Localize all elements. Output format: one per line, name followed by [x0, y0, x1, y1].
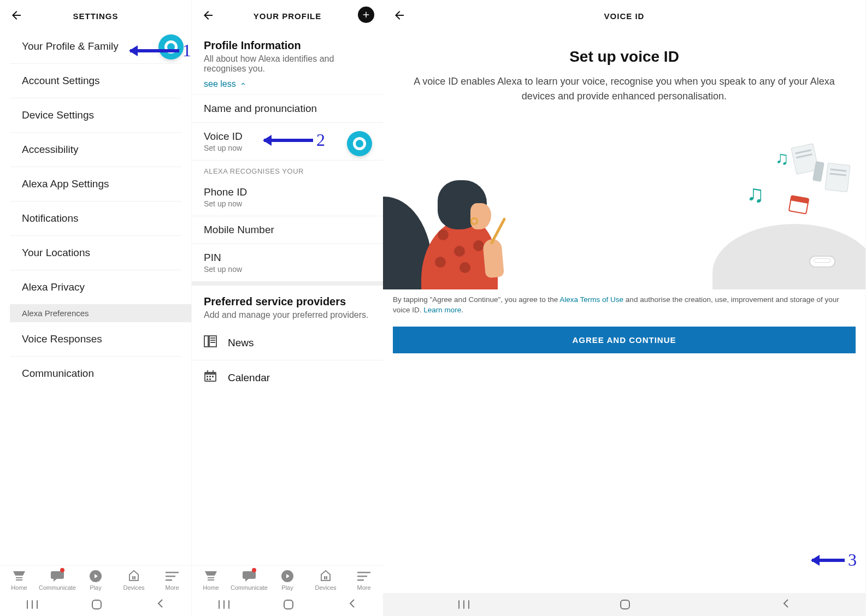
- plus-icon: [361, 10, 371, 20]
- settings-list: Your Profile & Family Account Settings D…: [0, 32, 191, 565]
- nav-devices[interactable]: Devices: [307, 569, 345, 591]
- legal-text: By tapping "Agree and Continue", you agr…: [383, 289, 865, 321]
- alexa-fab[interactable]: [158, 34, 184, 60]
- nav-more[interactable]: More: [345, 569, 383, 591]
- voice-id-title: Voice ID: [204, 131, 371, 143]
- arrow-left-icon: [10, 9, 23, 22]
- voiceid-title: Set up voice ID: [405, 48, 844, 66]
- music-note-icon: ♫: [775, 147, 790, 169]
- pref-item-voice-responses[interactable]: Voice Responses: [10, 322, 181, 357]
- svg-rect-17: [212, 376, 214, 377]
- system-nav-bar: [0, 593, 191, 616]
- chevron-up-icon: [239, 80, 247, 88]
- row-mobile-number[interactable]: Mobile Number: [192, 216, 383, 244]
- header: SETTINGS: [0, 0, 191, 32]
- svg-rect-3: [132, 576, 134, 579]
- settings-item-device[interactable]: Device Settings: [10, 98, 181, 133]
- settings-item-app[interactable]: Alexa App Settings: [10, 167, 181, 202]
- back-button[interactable]: [393, 9, 406, 22]
- nav-communicate[interactable]: Communicate: [230, 569, 268, 591]
- nav-more-label: More: [165, 584, 179, 591]
- pin-title: PIN: [204, 252, 371, 264]
- nav-home[interactable]: Home: [192, 569, 230, 591]
- settings-item-privacy[interactable]: Alexa Privacy: [10, 270, 181, 304]
- svg-rect-8: [204, 336, 208, 347]
- sys-back[interactable]: [347, 599, 356, 611]
- header: YOUR PROFILE: [192, 0, 383, 32]
- settings-item-notifications[interactable]: Notifications: [10, 202, 181, 236]
- voiceid-desc: A voice ID enables Alexa to learn your v…: [405, 74, 844, 104]
- nav-more[interactable]: More: [153, 569, 191, 591]
- back-button[interactable]: [10, 9, 23, 22]
- nav-devices[interactable]: Devices: [115, 569, 153, 591]
- nav-play[interactable]: Play: [76, 569, 115, 591]
- row-calendar[interactable]: Calendar: [192, 360, 383, 395]
- screen-settings: SETTINGS Your Profile & Family Account S…: [0, 0, 192, 616]
- news-icon: [204, 335, 218, 350]
- arrow-left-icon: [202, 9, 215, 22]
- devices-icon: [319, 569, 332, 583]
- legal-prefix: By tapping "Agree and Continue", you agr…: [393, 295, 559, 304]
- svg-rect-5: [166, 572, 179, 573]
- nav-play[interactable]: Play: [268, 569, 307, 591]
- alexa-ring-icon: [164, 40, 178, 54]
- row-news[interactable]: News: [192, 325, 383, 360]
- svg-rect-25: [324, 576, 326, 579]
- svg-rect-11: [210, 340, 215, 341]
- row-pin[interactable]: PIN Set up now: [192, 244, 383, 281]
- more-icon: [357, 569, 371, 583]
- screen-your-profile: YOUR PROFILE Profile Information All abo…: [192, 0, 383, 616]
- svg-rect-4: [134, 576, 136, 579]
- nav-play-label: Play: [90, 584, 101, 591]
- see-less-label: see less: [204, 79, 236, 89]
- arrow-left-icon: [393, 9, 406, 22]
- svg-rect-7: [166, 579, 172, 581]
- voiceid-content: Set up voice ID A voice ID enables Alexa…: [383, 32, 865, 593]
- header: VOICE ID: [383, 0, 865, 32]
- providers-sub: Add and manage your preferred providers.: [204, 310, 371, 320]
- sys-home[interactable]: [92, 600, 102, 609]
- sys-recents[interactable]: [27, 600, 38, 609]
- sys-home[interactable]: [284, 600, 293, 609]
- sys-home[interactable]: [620, 600, 630, 609]
- see-less-link[interactable]: see less: [204, 79, 247, 89]
- alexa-fab[interactable]: [347, 131, 372, 156]
- play-icon: [89, 569, 102, 583]
- nav-home[interactable]: Home: [0, 569, 38, 591]
- nav-communicate[interactable]: Communicate: [38, 569, 76, 591]
- settings-item-accessibility[interactable]: Accessibility: [10, 133, 181, 167]
- back-button[interactable]: [202, 9, 215, 22]
- news-label: News: [228, 337, 254, 349]
- echo-device-icon: [809, 256, 835, 268]
- profile-info-title: Profile Information: [204, 39, 371, 52]
- nav-play-label: Play: [281, 584, 293, 591]
- learn-more-link[interactable]: Learn more: [423, 306, 461, 314]
- add-button[interactable]: [358, 7, 374, 23]
- agree-continue-button[interactable]: AGREE AND CONTINUE: [393, 327, 856, 353]
- nav-more-label: More: [357, 584, 370, 591]
- settings-item-locations[interactable]: Your Locations: [10, 236, 181, 270]
- play-icon: [281, 569, 294, 583]
- name-pronunciation-label: Name and pronunciation: [204, 103, 371, 115]
- row-name-pronunciation[interactable]: Name and pronunciation: [192, 94, 383, 123]
- sys-recents[interactable]: [458, 600, 469, 609]
- svg-rect-1: [16, 579, 22, 581]
- nav-devices-label: Devices: [123, 584, 144, 591]
- calendar-small-icon: [788, 195, 810, 214]
- nav-home-label: Home: [203, 584, 219, 591]
- svg-rect-26: [326, 576, 328, 579]
- sys-back[interactable]: [156, 599, 164, 611]
- sys-back[interactable]: [781, 599, 790, 611]
- settings-item-account[interactable]: Account Settings: [10, 64, 181, 98]
- settings-item-profile-family[interactable]: Your Profile & Family: [10, 32, 181, 64]
- bottom-nav: Home Communicate Play Devices More: [192, 565, 383, 593]
- terms-link[interactable]: Alexa Terms of Use: [559, 295, 623, 304]
- nav-home-label: Home: [11, 584, 27, 591]
- sys-recents[interactable]: [219, 600, 229, 609]
- pref-item-communication[interactable]: Communication: [10, 357, 181, 390]
- svg-rect-15: [207, 376, 208, 377]
- row-phone-id[interactable]: Phone ID Set up now: [192, 179, 383, 216]
- svg-rect-16: [209, 376, 211, 377]
- pin-sub: Set up now: [204, 265, 371, 274]
- nav-communicate-label: Communicate: [231, 584, 268, 591]
